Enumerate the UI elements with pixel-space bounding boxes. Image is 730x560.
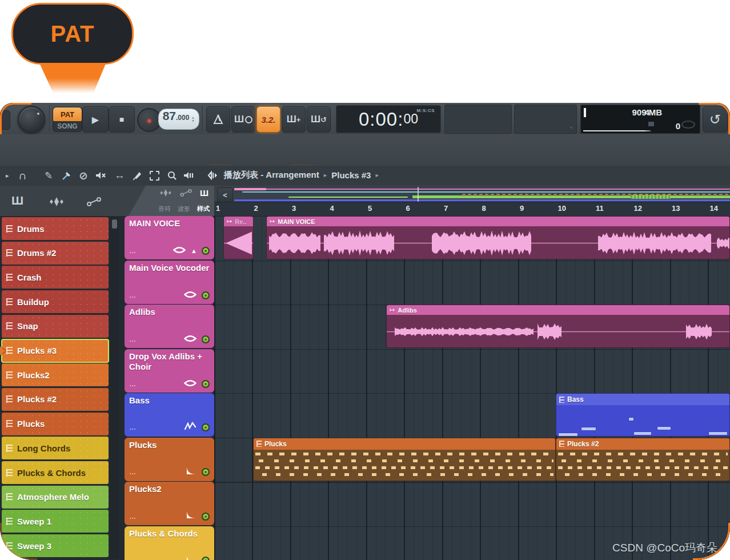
pattern-item-snap[interactable]: Snap bbox=[2, 315, 109, 338]
tab-automation-icon[interactable] bbox=[180, 189, 192, 197]
breadcrumb: 播放列表 - Arrangement ▸ Plucks #3 ▸ bbox=[224, 170, 379, 181]
delete-tool-icon[interactable]: ⊘ bbox=[79, 169, 88, 182]
zoom-tool-icon[interactable] bbox=[167, 169, 177, 182]
track-header-plucks-chords[interactable]: Plucks & Chords… bbox=[125, 526, 214, 560]
pattern-item-drums[interactable]: Drums bbox=[2, 217, 109, 240]
clock-icon bbox=[245, 116, 252, 123]
playlist-menu-speaker-icon[interactable] bbox=[207, 169, 218, 182]
pattern-item-label: Plucks #2 bbox=[17, 394, 57, 404]
pattern-item-plucks-2[interactable]: Plucks #2 bbox=[2, 388, 109, 411]
options-arrow-icon[interactable]: ▸ bbox=[6, 169, 9, 182]
timeline-bar-number: 14 bbox=[710, 204, 718, 213]
track-header-plucks[interactable]: Plucks… bbox=[125, 438, 214, 481]
smart-disable-button[interactable]: ↺ bbox=[703, 106, 728, 133]
record-button[interactable]: ● bbox=[137, 108, 161, 132]
automation-category-icon[interactable] bbox=[87, 197, 102, 209]
pat-mode-button[interactable]: PAT bbox=[53, 107, 82, 121]
main-volume-knob[interactable] bbox=[18, 106, 45, 133]
track-enable-led[interactable] bbox=[202, 247, 210, 255]
stop-button[interactable]: ■ bbox=[109, 106, 135, 133]
track-options-dots[interactable]: … bbox=[129, 471, 137, 473]
playback-tool-icon[interactable] bbox=[183, 169, 194, 182]
time-display[interactable]: M:S:CS 0:00:00 bbox=[336, 105, 441, 133]
track-header-bass[interactable]: Bass… bbox=[125, 393, 214, 437]
song-mode-button[interactable]: SONG bbox=[53, 121, 82, 131]
clip-main-voice[interactable]: ↦MAIN VOICE bbox=[266, 216, 730, 259]
patterns-category-icon[interactable]: Ш bbox=[11, 194, 23, 207]
breadcrumb-title[interactable]: 播放列表 - Arrangement bbox=[224, 170, 319, 181]
tab-audio-icon[interactable] bbox=[159, 189, 173, 197]
metronome-button[interactable] bbox=[206, 106, 230, 133]
track-header-main-voice[interactable]: MAIN VOICE…▲ bbox=[125, 216, 214, 259]
pattern-mini-icon bbox=[6, 395, 13, 403]
countdown-button[interactable]: Ш+ bbox=[282, 106, 306, 133]
track-header-drop-vox-adlibs-choir[interactable]: Drop Vox Adlibs + Choir… bbox=[125, 349, 214, 393]
paint-tool-icon[interactable] bbox=[62, 169, 72, 182]
track-enable-led[interactable] bbox=[202, 513, 210, 521]
midi-note bbox=[634, 432, 651, 435]
breadcrumb-pattern[interactable]: Plucks #3 bbox=[331, 170, 371, 180]
snap-toggle-icon[interactable]: ∩ bbox=[18, 169, 26, 182]
track-options-dots[interactable]: … bbox=[129, 294, 137, 297]
pattern-mini-icon bbox=[6, 322, 13, 330]
track-enable-led[interactable] bbox=[202, 380, 210, 388]
track-options-dots[interactable]: … bbox=[129, 426, 137, 429]
pattern-item-buildup[interactable]: Buildup bbox=[2, 290, 109, 313]
track-options-dots[interactable]: … bbox=[129, 515, 137, 518]
track-header-main-voice-vocoder[interactable]: Main Voice Vocoder… bbox=[125, 261, 214, 304]
pattern-position-display[interactable]: 3.2. bbox=[256, 106, 280, 133]
track-options-dots[interactable]: … bbox=[129, 250, 137, 252]
pattern-item-crash[interactable]: Crash bbox=[2, 266, 109, 289]
track-header-plucks2[interactable]: Plucks2… bbox=[125, 482, 214, 525]
clip-reverse-crash[interactable]: ↦Re.. bbox=[223, 216, 254, 259]
content-arrow-icon[interactable]: ▲ bbox=[191, 247, 197, 254]
track-name: MAIN VOICE bbox=[129, 218, 210, 229]
tab-patterns-icon[interactable]: Ш bbox=[200, 189, 208, 197]
audio-category-icon[interactable] bbox=[48, 197, 65, 209]
track-enable-led[interactable] bbox=[202, 335, 210, 343]
pattern-item-long-chords[interactable]: Long Chords bbox=[2, 437, 109, 459]
track-enable-led[interactable] bbox=[202, 423, 210, 431]
scrollbar-handle[interactable] bbox=[112, 219, 117, 229]
tempo-display[interactable]: 87.000 ▲▼ bbox=[158, 109, 199, 130]
clip-bass[interactable]: Bass bbox=[556, 393, 730, 437]
hint-panel bbox=[444, 105, 512, 134]
pattern-item-sweep-1[interactable]: Sweep 1 bbox=[2, 510, 109, 533]
draw-tool-icon[interactable]: ✎ bbox=[45, 169, 53, 182]
pattern-item-plucks2[interactable]: Plucks2 bbox=[2, 363, 109, 386]
loop-record-button[interactable]: Ш↺ bbox=[307, 106, 331, 133]
clip-adlibs[interactable]: ↦Adlibs bbox=[386, 305, 730, 348]
slip-tool-icon[interactable]: ↔ bbox=[114, 169, 125, 182]
pattern-item-sweep-3[interactable]: Sweep 3 bbox=[2, 534, 109, 557]
mute-tool-icon[interactable] bbox=[95, 169, 106, 182]
select-tool-icon[interactable] bbox=[150, 169, 159, 182]
track-enable-led[interactable] bbox=[202, 291, 210, 299]
playlist-overview[interactable] bbox=[234, 187, 730, 202]
clip-plucks[interactable]: Plucks bbox=[253, 438, 556, 481]
collapse-picker-button[interactable]: < bbox=[217, 187, 233, 203]
timeline-ruler[interactable]: 1234567891011121314 bbox=[214, 202, 730, 217]
pattern-item-drums-2[interactable]: Drums #2 bbox=[2, 242, 109, 265]
track-enable-led[interactable] bbox=[202, 557, 210, 560]
audio-clip-icon: ↦ bbox=[270, 218, 275, 225]
pattern-item-plucks-chords[interactable]: Plucks & Chords bbox=[2, 461, 109, 484]
clip-plucks-2[interactable]: Plucks #2 bbox=[556, 438, 730, 481]
tab-notes[interactable]: 音符 bbox=[158, 205, 171, 213]
pat-song-switch[interactable]: PAT SONG bbox=[53, 107, 82, 132]
tab-waveform[interactable]: 波形 bbox=[178, 205, 190, 213]
play-button[interactable]: ▶ bbox=[82, 106, 109, 133]
tempo-stepper[interactable]: ▲▼ bbox=[191, 116, 195, 123]
tab-patterns[interactable]: 样式 bbox=[197, 205, 210, 213]
track-options-dots[interactable]: … bbox=[129, 338, 137, 341]
track-enable-led[interactable] bbox=[202, 468, 210, 476]
track-options-dots[interactable]: … bbox=[129, 383, 137, 385]
playlist-grid[interactable]: ↦Re..↦MAIN VOICE↦AdlibsBassPlucksPlucks … bbox=[214, 216, 730, 560]
track-header-adlibs[interactable]: Adlibs… bbox=[125, 305, 214, 348]
pattern-item-plucks[interactable]: Plucks bbox=[2, 413, 109, 435]
pattern-item-atmosphere-melo[interactable]: Atmosphere Melo bbox=[2, 486, 109, 509]
pattern-item-plucks-3[interactable]: Plucks #3 bbox=[2, 339, 109, 362]
wait-for-input-button[interactable]: Ш bbox=[231, 106, 255, 133]
pattern-list-scrollbar[interactable] bbox=[110, 217, 119, 559]
slice-tool-icon[interactable] bbox=[133, 169, 143, 182]
pattern-mini-icon bbox=[6, 445, 13, 452]
